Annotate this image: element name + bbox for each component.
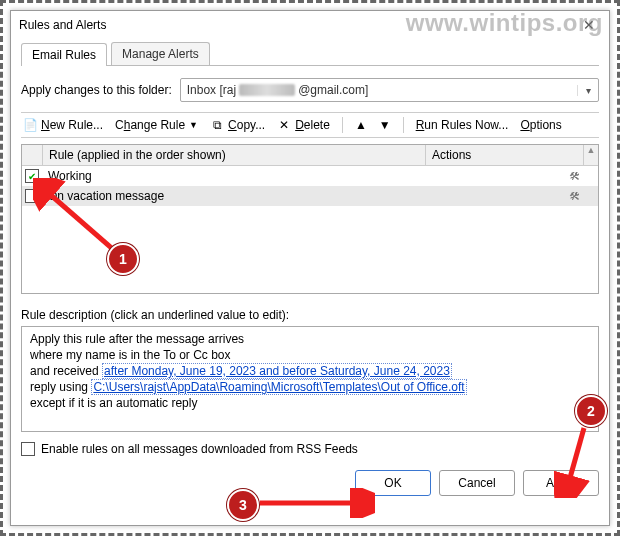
copy-button[interactable]: ⧉ Copy... (210, 118, 265, 132)
move-up-button[interactable]: ▲ (355, 118, 367, 132)
move-down-button[interactable]: ▼ (379, 118, 391, 132)
redacted-text (239, 84, 295, 96)
folder-select[interactable]: Inbox [raj @gmail.com] ▾ (180, 78, 599, 102)
description-box: Apply this rule after the message arrive… (21, 326, 599, 432)
watermark-text: www.wintips.org (406, 9, 603, 37)
desc-line: reply using C:\Users\rajst\AppData\Roami… (30, 379, 590, 395)
separator (403, 117, 404, 133)
desc-line: where my name is in the To or Cc box (30, 347, 590, 363)
chevron-down-icon[interactable]: ▾ (577, 85, 598, 96)
tools-icon: 🛠 (569, 190, 580, 202)
run-rules-now-button[interactable]: Run Rules Now... (416, 118, 509, 132)
rss-label: Enable rules on all messages downloaded … (41, 442, 358, 456)
window-title: Rules and Alerts (19, 18, 106, 32)
tools-icon: 🛠 (569, 170, 580, 182)
copy-icon: ⧉ (210, 118, 224, 132)
description-label: Rule description (click an underlined va… (21, 308, 599, 322)
annotation-badge-2: 2 (575, 395, 607, 427)
cancel-button[interactable]: Cancel (439, 470, 515, 496)
delete-icon: ✕ (277, 118, 291, 132)
header-actions: Actions (426, 145, 584, 165)
desc-line: except if it is an automatic reply (30, 395, 590, 411)
triangle-up-icon: ▲ (355, 118, 367, 132)
rules-list-header: Rule (applied in the order shown) Action… (22, 145, 598, 166)
rule-name: On vacation message (42, 189, 435, 203)
new-rule-button[interactable]: 📄 New Rule... (23, 118, 103, 132)
delete-button[interactable]: ✕ Delete (277, 118, 330, 132)
change-rule-button[interactable]: Change Rule▼ (115, 118, 198, 132)
annotation-badge-3: 3 (227, 489, 259, 521)
separator (342, 117, 343, 133)
table-row[interactable]: On vacation message 🛠 (22, 186, 598, 206)
folder-label: Apply changes to this folder: (21, 83, 172, 97)
tab-email-rules[interactable]: Email Rules (21, 43, 107, 66)
desc-line: Apply this rule after the message arrive… (30, 331, 590, 347)
rule-name: Working (42, 169, 435, 183)
chevron-down-icon: ▼ (189, 120, 198, 130)
rules-and-alerts-dialog: Rules and Alerts ✕ Email Rules Manage Al… (10, 10, 610, 526)
rules-list: Rule (applied in the order shown) Action… (21, 144, 599, 294)
template-path-link[interactable]: C:\Users\rajst\AppData\Roaming\Microsoft… (91, 379, 466, 395)
annotation-badge-1: 1 (107, 243, 139, 275)
ok-button[interactable]: OK (355, 470, 431, 496)
rss-checkbox[interactable] (21, 442, 35, 456)
apply-button[interactable]: Apply (523, 470, 599, 496)
desc-line: and received after Monday, June 19, 2023… (30, 363, 590, 379)
checkbox-checked[interactable]: ✔ (25, 169, 39, 183)
date-range-link[interactable]: after Monday, June 19, 2023 and before S… (102, 363, 452, 379)
options-button[interactable]: Options (520, 118, 561, 132)
header-rule: Rule (applied in the order shown) (43, 145, 426, 165)
table-row[interactable]: ✔ Working 🛠 (22, 166, 598, 186)
folder-text-suffix: @gmail.com] (298, 83, 368, 97)
toolbar: 📄 New Rule... Change Rule▼ ⧉ Copy... ✕ D… (21, 112, 599, 138)
folder-text-prefix: Inbox [raj (187, 83, 236, 97)
checkbox-unchecked[interactable] (25, 189, 39, 203)
tab-manage-alerts[interactable]: Manage Alerts (111, 42, 210, 65)
triangle-down-icon: ▼ (379, 118, 391, 132)
document-icon: 📄 (23, 118, 37, 132)
tabstrip: Email Rules Manage Alerts (21, 41, 599, 66)
scroll-up-icon[interactable]: ▲ (584, 145, 598, 165)
button-row: OK Cancel Apply (21, 470, 599, 496)
